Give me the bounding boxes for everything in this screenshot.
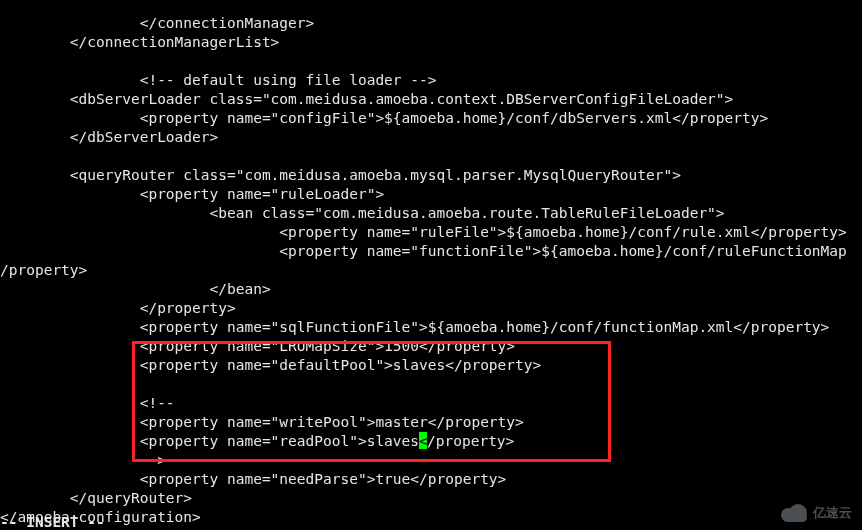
code-line: <property name="defaultPool">slaves</pro… [0, 357, 541, 373]
xml-config-code[interactable]: </connectionManager> </connectionManager… [0, 0, 862, 527]
code-line: <property name="readPool">slaves</proper… [0, 433, 514, 449]
code-line: <bean class="com.meidusa.amoeba.route.Ta… [0, 205, 725, 221]
code-line: </connectionManagerList> [0, 34, 279, 50]
watermark-text: 亿速云 [813, 503, 852, 522]
code-line: <property name="writePool">master</prope… [0, 414, 524, 430]
code-line: <!-- [0, 395, 175, 411]
code-line: <property name="ruleFile">${amoeba.home}… [0, 224, 847, 240]
code-line: </bean> [0, 281, 271, 297]
code-line: <property name="needParse">true</propert… [0, 471, 506, 487]
code-line: </connectionManager> [0, 15, 314, 31]
code-line: <property name="configFile">${amoeba.hom… [0, 110, 768, 126]
code-line: /property> [0, 262, 87, 278]
code-line: </property> [0, 300, 236, 316]
code-line: <property name="ruleLoader"> [0, 186, 384, 202]
code-line: <queryRouter class="com.meidusa.amoeba.m… [0, 167, 681, 183]
code-line: <!-- default using file loader --> [0, 72, 437, 88]
text-cursor: < [419, 432, 427, 449]
vim-mode-indicator: -- INSERT -- [0, 513, 105, 530]
code-line: </queryRouter> [0, 490, 192, 506]
code-line: <property name="functionFile">${amoeba.h… [0, 243, 847, 259]
code-line: </dbServerLoader> [0, 129, 218, 145]
code-line: <dbServerLoader class="com.meidusa.amoeb… [0, 91, 733, 107]
code-line: --> [0, 452, 166, 468]
cloud-icon [781, 504, 809, 522]
watermark: 亿速云 [781, 503, 852, 522]
code-line: <property name="sqlFunctionFile">${amoeb… [0, 319, 829, 335]
code-line: <property name="LRUMapSize">1500</proper… [0, 338, 515, 354]
